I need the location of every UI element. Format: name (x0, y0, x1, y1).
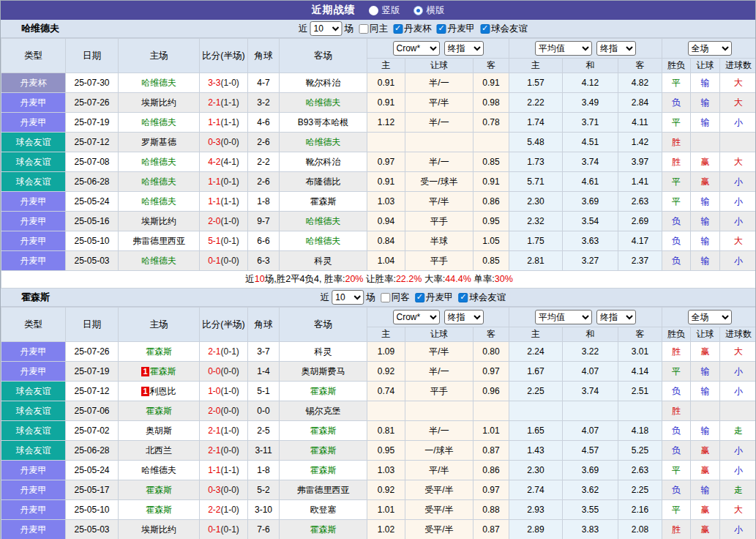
result-handicap: 输 (691, 251, 720, 271)
handicap-time-select[interactable]: 终指 (444, 41, 484, 56)
league-checkbox-0[interactable] (393, 24, 403, 34)
fulltime-score: 0-0 (208, 366, 220, 376)
halftime-score: (0-1) (221, 524, 239, 535)
away-team-name: 哈维德夫 (306, 97, 341, 108)
column-subheader: 让球 (405, 59, 474, 73)
home-team-cell: 霍森斯 (119, 480, 200, 500)
filter-games-label: 场 (345, 23, 354, 35)
away-team-cell: 靴尔科治 (280, 73, 367, 93)
same-venue-checkbox[interactable] (381, 293, 390, 302)
summary-cell: 近10场,胜2平4负4, 胜率:20% 让胜率:22.2% 大率:44.4% 单… (1, 271, 756, 289)
column-subheader: 客 (618, 327, 662, 342)
result-outcome: 负 (662, 441, 691, 461)
column-subheader: 让球 (691, 327, 720, 342)
away-team-cell: 弗雷德里西亚 (280, 480, 367, 500)
europe-source-select[interactable]: 平均值 (535, 41, 592, 56)
league-badge: 球会友谊 (1, 152, 66, 172)
scope-select[interactable]: 全场 (688, 310, 732, 324)
bookmaker-select[interactable]: Crow* (393, 41, 440, 56)
away-team-cell: 哈维德夫 (280, 231, 367, 251)
europe-home-odds: 2.32 (509, 212, 563, 231)
column-subheader: 进球数 (720, 327, 756, 342)
league-checkbox-1[interactable] (458, 293, 468, 302)
europe-time-select[interactable]: 终指 (596, 310, 636, 324)
summary-text: 近 (245, 274, 255, 284)
score-cell: 3-3(1-0) (200, 73, 248, 93)
away-team-cell: 霍森斯 (280, 461, 367, 480)
corners-cell: 1-8 (248, 461, 280, 480)
handicap-line: 平/半 (405, 93, 474, 113)
europe-source-select[interactable]: 平均值 (535, 310, 592, 324)
away-team-name: 锡尔克堡 (306, 406, 341, 416)
corners-cell: 1-8 (248, 192, 280, 212)
horizontal-layout-radio[interactable]: 横版 (413, 4, 445, 17)
scope-select[interactable]: 全场 (688, 41, 732, 56)
fulltime-score: 2-1 (208, 445, 220, 456)
team-sections: 哈维德夫近10场同主丹麦杯丹麦甲球会友谊类型日期主场比分(半场)角球客场Crow… (1, 20, 755, 539)
result-outcome: 平 (662, 500, 691, 520)
europe-time-select[interactable]: 终指 (596, 41, 636, 56)
halftime-score: (0-0) (221, 445, 239, 456)
recent-count-select[interactable]: 10 (332, 290, 364, 305)
handicap-time-select[interactable]: 终指 (444, 310, 484, 324)
column-header: 日期 (66, 39, 119, 73)
away-team-cell: 霍森斯 (280, 520, 367, 539)
league-checkbox-1[interactable] (437, 24, 446, 34)
date-cell: 25-07-02 (66, 421, 119, 441)
date-cell: 25-06-28 (66, 441, 119, 461)
column-subheader: 和 (563, 327, 618, 342)
away-team-cell: 哈维德夫 (280, 212, 367, 231)
result-goals: 小 (720, 362, 756, 382)
home-team-cell: 弗雷德里西亚 (119, 231, 200, 251)
away-team-name: 霍森斯 (310, 386, 337, 396)
away-team-name: 霍森斯 (310, 425, 337, 436)
date-cell: 25-05-24 (66, 461, 119, 480)
column-subheader: 胜负 (662, 59, 691, 73)
table-row: 球会友谊25-06-28哈维德夫1-1(0-1)2-6布隆德比0.91受一/球半… (1, 172, 756, 192)
handicap-away-odds: 0.91 (474, 73, 509, 93)
league-badge: 丹麦甲 (1, 500, 66, 520)
fulltime-score: 1-1 (208, 176, 220, 187)
result-handicap: 赢 (691, 342, 720, 362)
team-name: 霍森斯 (21, 291, 50, 304)
league-checkbox-0[interactable] (415, 293, 424, 302)
handicap-line: 半/一 (405, 152, 474, 172)
result-goals: 走 (720, 421, 756, 441)
column-subheader: 主 (509, 327, 563, 342)
europe-away-odds: 1.42 (618, 133, 662, 152)
home-team-name: 霍森斯 (146, 485, 172, 495)
score-cell: 0-3(0-0) (200, 133, 248, 152)
europe-draw-odds: 3.69 (563, 192, 618, 212)
away-team-name: 霍森斯 (310, 524, 337, 535)
europe-away-odds: 2.37 (618, 251, 662, 271)
halftime-score: (4-1) (221, 157, 239, 167)
column-subheader: 客 (474, 327, 509, 342)
home-team-cell: 1霍森斯 (119, 362, 200, 382)
europe-draw-odds: 3.49 (563, 93, 618, 113)
table-row: 球会友谊25-07-06霍森斯2-0(0-0)0-0锡尔克堡胜 (1, 401, 756, 421)
europe-away-odds: 4.11 (618, 113, 662, 133)
summary-text: 44.4% (445, 274, 471, 284)
recent-count-select[interactable]: 10 (310, 21, 343, 36)
home-team-cell: 1利恩比 (119, 382, 200, 401)
fulltime-score: 4-2 (208, 157, 220, 167)
handicap-line: 平手 (405, 382, 474, 401)
result-handicap: 输 (691, 212, 720, 231)
league-badge: 球会友谊 (1, 421, 66, 441)
league-badge: 丹麦甲 (1, 212, 66, 231)
home-team-cell: 霍森斯 (119, 342, 200, 362)
red-card-badge: 1 (141, 387, 149, 396)
fulltime-score: 3-3 (208, 78, 220, 88)
europe-away-odds: 1.41 (618, 172, 662, 192)
halftime-score: (0-0) (221, 485, 239, 495)
same-venue-checkbox[interactable] (359, 24, 368, 34)
home-team-name: 利恩比 (150, 386, 176, 396)
score-cell: 4-2(4-1) (200, 152, 248, 172)
halftime-score: (1-1) (221, 97, 239, 108)
corners-cell: 4-6 (248, 113, 280, 133)
bookmaker-select[interactable]: Crow* (393, 310, 440, 324)
league-checkbox-2[interactable] (480, 24, 490, 34)
result-outcome: 负 (662, 93, 691, 113)
home-team-cell: 哈维德夫 (119, 461, 200, 480)
vertical-layout-radio[interactable]: 竖版 (369, 4, 400, 17)
